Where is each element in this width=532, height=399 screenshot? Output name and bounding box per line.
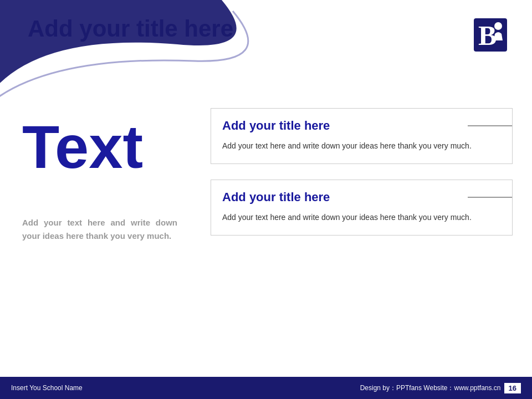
content-block-1-title: Add your title here xyxy=(222,119,501,133)
content-block-2-body: Add your text here and write down your i… xyxy=(222,211,501,224)
svg-point-2 xyxy=(494,22,502,30)
large-text-element: Text xyxy=(22,116,143,177)
content-block-1: Add your title here Add your text here a… xyxy=(211,108,513,164)
footer-right-area: Design by：PPTfans Website：www.pptfans.cn… xyxy=(360,383,521,393)
footer-credit: Design by：PPTfans Website：www.pptfans.cn xyxy=(360,383,501,393)
svg-text:B: B xyxy=(478,20,497,51)
left-body-text: Add your text here and write down your i… xyxy=(22,216,177,243)
top-decoration xyxy=(0,0,532,100)
slide: B Add your title here Text Add your text… xyxy=(0,0,532,399)
footer-school-name: Insert You School Name xyxy=(11,384,83,392)
logo: B xyxy=(471,16,510,54)
content-block-2: Add your title here Add your text here a… xyxy=(211,180,513,236)
footer-page-number: 16 xyxy=(504,383,521,393)
content-block-2-title: Add your title here xyxy=(222,190,501,204)
slide-main-title: Add your title here xyxy=(28,16,233,42)
content-block-1-body: Add your text here and write down your i… xyxy=(222,140,501,152)
right-content-area: Add your title here Add your text here a… xyxy=(211,108,513,236)
footer: Insert You School Name Design by：PPTfans… xyxy=(0,377,532,399)
